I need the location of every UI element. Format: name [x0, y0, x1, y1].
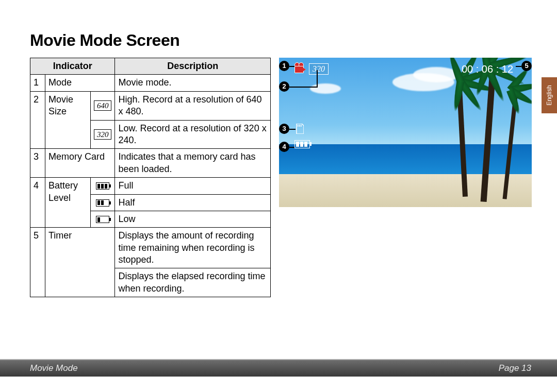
row-number: 5	[30, 228, 45, 297]
language-label: English	[546, 85, 553, 105]
row-description: Movie mode.	[115, 75, 271, 91]
language-tab: English	[542, 77, 557, 113]
row-indicator: Battery Level	[45, 178, 91, 228]
battery-half-icon	[90, 194, 115, 211]
size-icon-640: 640	[90, 91, 115, 120]
table-row: 2 Movie Size 640 High. Record at a resol…	[30, 91, 271, 120]
battery-full-icon	[90, 178, 115, 194]
row-description: Indicates that a memory card has been lo…	[115, 149, 271, 178]
memory-card-icon	[296, 124, 304, 134]
row-number: 4	[30, 178, 45, 228]
footer-section: Movie Mode	[30, 363, 78, 373]
callout-3: 3	[279, 124, 289, 134]
row-number: 1	[30, 75, 45, 91]
row-indicator: Movie Size	[45, 91, 91, 149]
row-number: 3	[30, 149, 45, 178]
row-number: 2	[30, 91, 45, 149]
svg-rect-1	[299, 125, 300, 127]
battery-low-icon	[90, 211, 115, 227]
header-indicator: Indicator	[30, 58, 115, 75]
page-title: Movie Mode Screen	[30, 31, 179, 50]
row-description: Low	[115, 211, 271, 227]
row-description: High. Record at a resolution of 640 x 48…	[115, 91, 271, 120]
timer-display: 00 : 06 : 12	[462, 63, 513, 75]
battery-level-icon	[294, 140, 310, 148]
size-icon-320: 320	[90, 120, 115, 149]
movie-size-indicator: 320	[309, 63, 329, 75]
table-row: 1 Mode Movie mode.	[30, 75, 271, 91]
indicator-table: Indicator Description 1 Mode Movie mode.…	[30, 58, 271, 297]
page-footer: Movie Mode Page 13	[0, 359, 557, 377]
row-description: Full	[115, 178, 271, 194]
row-description: Displays the amount of recording time re…	[115, 228, 271, 268]
row-description: Low. Record at a resolution of 320 x 240…	[115, 120, 271, 149]
footer-page: Page 13	[499, 363, 531, 373]
row-description: Half	[115, 194, 271, 211]
callout-5: 5	[521, 61, 532, 71]
row-indicator: Timer	[45, 228, 115, 297]
header-description: Description	[115, 58, 271, 75]
callout-2: 2	[279, 81, 289, 92]
row-indicator: Mode	[45, 75, 115, 91]
page: Movie Mode Screen Indicator Description …	[0, 0, 557, 392]
table-row: 4 Battery Level Full	[30, 178, 271, 194]
row-indicator: Memory Card	[45, 149, 115, 178]
callout-4: 4	[279, 142, 289, 152]
table-row: 5 Timer Displays the amount of recording…	[30, 228, 271, 268]
svg-rect-2	[301, 125, 302, 127]
callout-1: 1	[279, 61, 289, 71]
movie-mode-icon	[294, 63, 306, 73]
table-row: 3 Memory Card Indicates that a memory ca…	[30, 149, 271, 178]
svg-rect-0	[298, 125, 299, 127]
row-description: Displays the elapsed recording time when…	[115, 268, 271, 297]
